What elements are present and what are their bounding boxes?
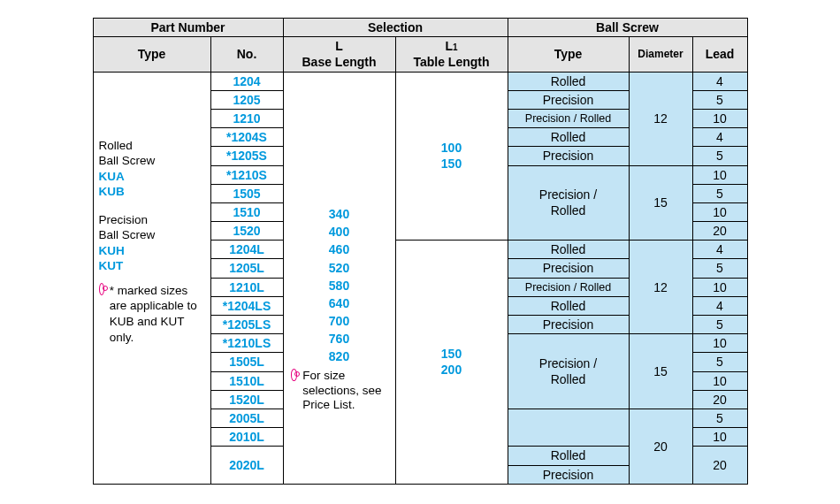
bs-type: Rolled xyxy=(508,296,629,315)
bs-lead: 10 xyxy=(692,278,747,296)
type-cell: Rolled Ball Screw KUA KUB Precision Ball… xyxy=(93,72,210,484)
bs-type: Precision / Rolled xyxy=(508,278,629,296)
bs-dia: 12 xyxy=(629,241,692,334)
precision-title: Precision Ball Screw xyxy=(99,212,205,243)
bs-lead: 10 xyxy=(692,371,747,390)
bs-lead: 5 xyxy=(692,353,747,371)
L-val: 640 xyxy=(329,295,349,311)
bs-lead: 10 xyxy=(692,428,747,447)
no-cell: 1204L xyxy=(210,241,283,259)
no-cell: 1510 xyxy=(210,202,283,221)
hdr-part-number: Part Number xyxy=(93,19,283,37)
no-cell: 1210L xyxy=(210,278,283,296)
no-cell: 1505L xyxy=(210,353,283,371)
bs-type: Precision xyxy=(508,316,629,334)
no-cell: 1505 xyxy=(210,184,283,202)
no-cell: *1205S xyxy=(210,147,283,165)
bs-lead: 5 xyxy=(692,147,747,165)
bs-dia: 12 xyxy=(629,72,692,165)
hdr-L: L Base Length xyxy=(283,37,395,72)
hdr-L-label: L xyxy=(335,39,343,53)
bs-lead: 10 xyxy=(692,165,747,184)
L1-val: 100 xyxy=(441,141,462,155)
no-cell: 1205 xyxy=(210,90,283,109)
bs-lead: 4 xyxy=(692,241,747,259)
hdr-L1-subnum: 1 xyxy=(453,42,458,52)
L1-val: 200 xyxy=(441,363,462,377)
bs-lead: 4 xyxy=(692,128,747,147)
bs-type: Precision / Rolled xyxy=(508,334,629,409)
bs-lead: 10 xyxy=(692,202,747,221)
hdr-L1-sub2: Table Length xyxy=(413,55,489,69)
hdr-bs-dia: Diameter xyxy=(629,37,692,72)
L1-top-cell: 100 150 xyxy=(395,72,508,241)
bs-type: Precision xyxy=(508,466,629,484)
hdr-selection: Selection xyxy=(283,19,508,37)
bs-lead: 5 xyxy=(692,259,747,278)
L-val: 460 xyxy=(329,241,349,257)
bs-dia: 20 xyxy=(629,409,692,484)
bs-lead: 5 xyxy=(692,184,747,202)
no-cell: *1204LS xyxy=(210,296,283,315)
footnote-icon xyxy=(291,369,298,381)
no-cell: 2010L xyxy=(210,428,283,447)
L-val: 700 xyxy=(329,313,349,329)
bs-lead: 4 xyxy=(692,72,747,90)
L1-bot-cell: 150 200 xyxy=(395,241,508,484)
bs-dia: 15 xyxy=(629,334,692,409)
hdr-L-sub: Base Length xyxy=(302,55,376,69)
hdr-bs-lead: Lead xyxy=(692,37,747,72)
spec-table: Part Number Selection Ball Screw Type No… xyxy=(93,18,748,485)
no-cell: 1520 xyxy=(210,222,283,241)
hdr-L1: L1 Table Length xyxy=(395,37,508,72)
no-cell: 2005L xyxy=(210,409,283,427)
no-cell: *1205LS xyxy=(210,316,283,334)
bs-lead: 5 xyxy=(692,90,747,109)
bs-lead: 5 xyxy=(692,316,747,334)
bs-type: Precision xyxy=(508,147,629,165)
bs-dia: 15 xyxy=(629,165,692,241)
code-kuh: KUH xyxy=(99,243,205,259)
no-cell: 1205L xyxy=(210,259,283,278)
bs-type: Precision xyxy=(508,90,629,109)
code-kut: KUT xyxy=(99,258,205,274)
bs-type: Precision / Rolled xyxy=(508,109,629,127)
footnote-icon xyxy=(99,283,104,295)
L-cell: 340 400 460 520 580 640 700 760 820 For … xyxy=(283,72,395,484)
bs-type: Rolled xyxy=(508,72,629,90)
no-cell: 1510L xyxy=(210,371,283,390)
L-note-text: For size selections, see Price List. xyxy=(302,369,387,414)
no-cell: 2020L xyxy=(210,447,283,484)
bs-type: Precision / Rolled xyxy=(508,165,629,241)
bs-lead: 5 xyxy=(692,409,747,427)
L-val: 400 xyxy=(329,224,349,240)
L-val: 580 xyxy=(329,278,349,294)
hdr-no: No. xyxy=(210,37,283,72)
bs-type: Precision xyxy=(508,259,629,278)
L-val: 760 xyxy=(329,331,349,347)
hdr-ball-screw: Ball Screw xyxy=(508,19,747,37)
hdr-L1-label: L xyxy=(445,39,453,53)
L1-val: 150 xyxy=(441,157,462,171)
L-val: 520 xyxy=(329,260,349,276)
rolled-title: Rolled Ball Screw xyxy=(99,138,205,169)
no-cell: 1520L xyxy=(210,390,283,409)
no-cell: 1204 xyxy=(210,72,283,90)
bs-lead: 20 xyxy=(692,390,747,409)
hdr-type: Type xyxy=(93,37,210,72)
bs-lead: 10 xyxy=(692,109,747,127)
bs-lead: 20 xyxy=(692,447,747,484)
L-val: 340 xyxy=(329,206,349,222)
L-val: 820 xyxy=(329,348,349,364)
hdr-bs-type: Type xyxy=(508,37,629,72)
bs-lead: 4 xyxy=(692,296,747,315)
no-cell: *1210S xyxy=(210,165,283,184)
code-kub: KUB xyxy=(99,184,205,200)
bs-lead: 20 xyxy=(692,222,747,241)
no-cell: *1204S xyxy=(210,128,283,147)
footnote-text: * marked sizes are applicable to KUB and… xyxy=(110,283,205,345)
bs-type: Rolled xyxy=(508,128,629,147)
bs-lead: 10 xyxy=(692,334,747,353)
no-cell: 1210 xyxy=(210,109,283,127)
no-cell: *1210LS xyxy=(210,334,283,353)
